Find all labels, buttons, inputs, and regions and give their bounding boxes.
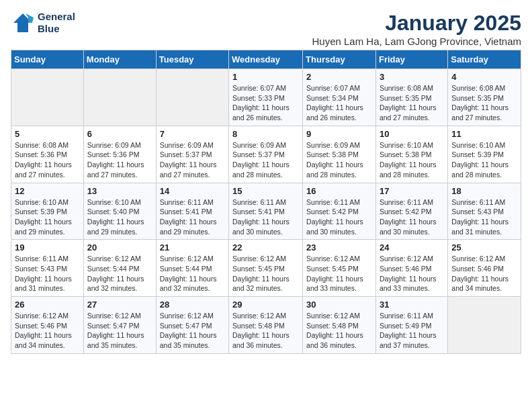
day-cell: 30Sunrise: 6:12 AMSunset: 5:48 PMDayligh… xyxy=(303,297,376,354)
day-number: 18 xyxy=(451,186,517,196)
day-cell: 28Sunrise: 6:12 AMSunset: 5:47 PMDayligh… xyxy=(156,297,228,354)
weekday-header-row: SundayMondayTuesdayWednesdayThursdayFrid… xyxy=(11,50,521,69)
day-detail: Sunrise: 6:08 AMSunset: 5:36 PMDaylight:… xyxy=(15,140,80,180)
day-cell: 21Sunrise: 6:12 AMSunset: 5:44 PMDayligh… xyxy=(156,240,228,297)
day-detail: Sunrise: 6:07 AMSunset: 5:34 PMDaylight:… xyxy=(306,83,372,123)
day-cell: 29Sunrise: 6:12 AMSunset: 5:48 PMDayligh… xyxy=(229,297,303,354)
day-detail: Sunrise: 6:11 AMSunset: 5:41 PMDaylight:… xyxy=(232,197,299,237)
day-cell: 7Sunrise: 6:09 AMSunset: 5:37 PMDaylight… xyxy=(156,126,228,183)
day-detail: Sunrise: 6:09 AMSunset: 5:37 PMDaylight:… xyxy=(232,140,299,180)
day-cell: 22Sunrise: 6:12 AMSunset: 5:45 PMDayligh… xyxy=(229,240,303,297)
day-number: 13 xyxy=(87,186,152,196)
day-cell: 18Sunrise: 6:11 AMSunset: 5:43 PMDayligh… xyxy=(448,183,521,240)
day-detail: Sunrise: 6:11 AMSunset: 5:43 PMDaylight:… xyxy=(451,197,517,237)
calendar-table: SundayMondayTuesdayWednesdayThursdayFrid… xyxy=(11,50,521,354)
day-cell: 27Sunrise: 6:12 AMSunset: 5:47 PMDayligh… xyxy=(83,297,156,354)
day-number: 15 xyxy=(232,186,299,196)
day-detail: Sunrise: 6:12 AMSunset: 5:46 PMDaylight:… xyxy=(15,311,80,351)
weekday-header-saturday: Saturday xyxy=(448,50,521,69)
day-number: 20 xyxy=(87,242,152,253)
day-detail: Sunrise: 6:09 AMSunset: 5:36 PMDaylight:… xyxy=(87,140,152,180)
day-detail: Sunrise: 6:11 AMSunset: 5:49 PMDaylight:… xyxy=(380,311,444,351)
day-cell: 8Sunrise: 6:09 AMSunset: 5:37 PMDaylight… xyxy=(229,126,303,183)
day-detail: Sunrise: 6:09 AMSunset: 5:37 PMDaylight:… xyxy=(160,140,225,180)
day-cell: 23Sunrise: 6:12 AMSunset: 5:45 PMDayligh… xyxy=(303,240,376,297)
day-cell: 13Sunrise: 6:10 AMSunset: 5:40 PMDayligh… xyxy=(83,183,156,240)
day-number: 12 xyxy=(15,186,80,196)
day-cell: 19Sunrise: 6:11 AMSunset: 5:43 PMDayligh… xyxy=(11,240,84,297)
day-cell: 11Sunrise: 6:10 AMSunset: 5:39 PMDayligh… xyxy=(448,126,521,183)
day-number: 29 xyxy=(232,300,299,310)
day-detail: Sunrise: 6:12 AMSunset: 5:45 PMDaylight:… xyxy=(306,254,372,293)
day-cell: 14Sunrise: 6:11 AMSunset: 5:41 PMDayligh… xyxy=(156,183,228,240)
day-cell: 25Sunrise: 6:12 AMSunset: 5:46 PMDayligh… xyxy=(448,240,521,297)
day-cell xyxy=(448,297,521,354)
logo: General Blue xyxy=(11,11,75,35)
day-number: 27 xyxy=(87,300,152,310)
calendar-title: January 2025 xyxy=(312,11,521,36)
day-detail: Sunrise: 6:11 AMSunset: 5:41 PMDaylight:… xyxy=(160,197,225,237)
title-block: January 2025 Huyen Lam Ha, Lam GJong Pro… xyxy=(312,11,521,47)
day-cell: 3Sunrise: 6:08 AMSunset: 5:35 PMDaylight… xyxy=(375,69,447,126)
day-number: 17 xyxy=(380,186,444,196)
day-cell: 9Sunrise: 6:09 AMSunset: 5:38 PMDaylight… xyxy=(303,126,376,183)
calendar-body: 1Sunrise: 6:07 AMSunset: 5:33 PMDaylight… xyxy=(11,69,521,354)
day-cell xyxy=(11,69,84,126)
day-detail: Sunrise: 6:12 AMSunset: 5:44 PMDaylight:… xyxy=(160,254,225,293)
day-number: 4 xyxy=(451,72,517,82)
day-number: 11 xyxy=(451,129,517,139)
day-detail: Sunrise: 6:09 AMSunset: 5:38 PMDaylight:… xyxy=(306,140,372,180)
weekday-header-tuesday: Tuesday xyxy=(156,50,228,69)
day-number: 22 xyxy=(232,242,299,253)
day-cell: 4Sunrise: 6:08 AMSunset: 5:35 PMDaylight… xyxy=(448,69,521,126)
day-detail: Sunrise: 6:12 AMSunset: 5:48 PMDaylight:… xyxy=(232,311,299,351)
day-number: 5 xyxy=(15,129,80,139)
day-cell: 12Sunrise: 6:10 AMSunset: 5:39 PMDayligh… xyxy=(11,183,84,240)
day-number: 28 xyxy=(160,300,225,310)
calendar-subtitle: Huyen Lam Ha, Lam GJong Province, Vietna… xyxy=(312,36,521,47)
day-number: 3 xyxy=(380,72,444,82)
day-detail: Sunrise: 6:12 AMSunset: 5:46 PMDaylight:… xyxy=(380,254,444,293)
day-cell: 17Sunrise: 6:11 AMSunset: 5:42 PMDayligh… xyxy=(375,183,447,240)
day-detail: Sunrise: 6:11 AMSunset: 5:42 PMDaylight:… xyxy=(380,197,444,237)
day-number: 10 xyxy=(380,129,444,139)
weekday-header-thursday: Thursday xyxy=(303,50,376,69)
day-cell: 16Sunrise: 6:11 AMSunset: 5:42 PMDayligh… xyxy=(303,183,376,240)
day-cell: 20Sunrise: 6:12 AMSunset: 5:44 PMDayligh… xyxy=(83,240,156,297)
week-row-1: 1Sunrise: 6:07 AMSunset: 5:33 PMDaylight… xyxy=(11,69,521,126)
week-row-2: 5Sunrise: 6:08 AMSunset: 5:36 PMDaylight… xyxy=(11,126,521,183)
page-header: General Blue January 2025 Huyen Lam Ha, … xyxy=(11,11,521,47)
weekday-header-friday: Friday xyxy=(375,50,447,69)
day-number: 2 xyxy=(306,72,372,82)
day-number: 1 xyxy=(232,72,299,82)
day-number: 31 xyxy=(380,300,444,310)
week-row-3: 12Sunrise: 6:10 AMSunset: 5:39 PMDayligh… xyxy=(11,183,521,240)
day-detail: Sunrise: 6:12 AMSunset: 5:47 PMDaylight:… xyxy=(87,311,152,351)
day-cell: 15Sunrise: 6:11 AMSunset: 5:41 PMDayligh… xyxy=(229,183,303,240)
day-detail: Sunrise: 6:10 AMSunset: 5:40 PMDaylight:… xyxy=(87,197,152,237)
logo-text: General Blue xyxy=(38,11,75,35)
day-number: 8 xyxy=(232,129,299,139)
day-number: 9 xyxy=(306,129,372,139)
day-number: 14 xyxy=(160,186,225,196)
day-cell xyxy=(156,69,228,126)
week-row-5: 26Sunrise: 6:12 AMSunset: 5:46 PMDayligh… xyxy=(11,297,521,354)
day-cell: 26Sunrise: 6:12 AMSunset: 5:46 PMDayligh… xyxy=(11,297,84,354)
weekday-header-monday: Monday xyxy=(83,50,156,69)
day-number: 24 xyxy=(380,242,444,253)
day-cell: 5Sunrise: 6:08 AMSunset: 5:36 PMDaylight… xyxy=(11,126,84,183)
day-number: 25 xyxy=(451,242,517,253)
day-detail: Sunrise: 6:11 AMSunset: 5:42 PMDaylight:… xyxy=(306,197,372,237)
weekday-header-sunday: Sunday xyxy=(11,50,84,69)
day-cell xyxy=(83,69,156,126)
day-cell: 1Sunrise: 6:07 AMSunset: 5:33 PMDaylight… xyxy=(229,69,303,126)
day-detail: Sunrise: 6:12 AMSunset: 5:46 PMDaylight:… xyxy=(451,254,517,293)
day-number: 26 xyxy=(15,300,80,310)
day-cell: 31Sunrise: 6:11 AMSunset: 5:49 PMDayligh… xyxy=(375,297,447,354)
day-detail: Sunrise: 6:10 AMSunset: 5:38 PMDaylight:… xyxy=(380,140,444,180)
day-number: 30 xyxy=(306,300,372,310)
day-cell: 24Sunrise: 6:12 AMSunset: 5:46 PMDayligh… xyxy=(375,240,447,297)
day-detail: Sunrise: 6:11 AMSunset: 5:43 PMDaylight:… xyxy=(15,254,80,293)
day-number: 7 xyxy=(160,129,225,139)
week-row-4: 19Sunrise: 6:11 AMSunset: 5:43 PMDayligh… xyxy=(11,240,521,297)
